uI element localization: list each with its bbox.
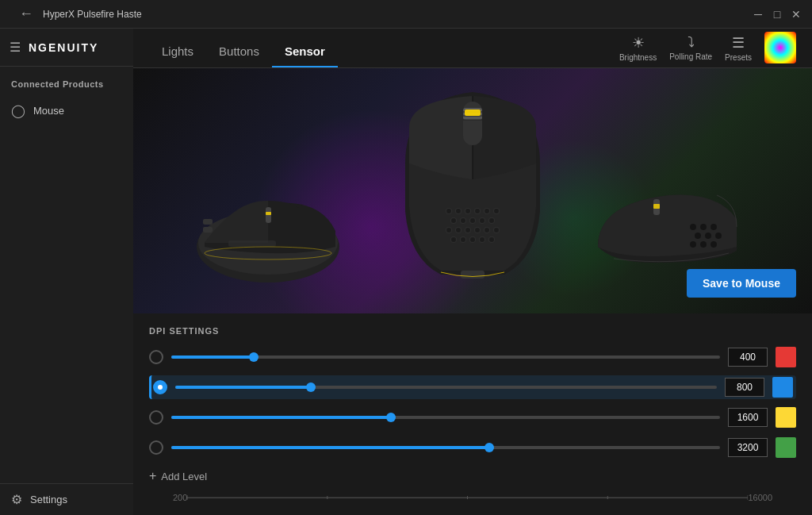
window-title: HyperX Pulsefire Haste xyxy=(43,9,752,20)
svg-point-66 xyxy=(705,233,711,239)
preset-thumbnail[interactable] xyxy=(764,32,796,63)
mouse-center-svg xyxy=(393,84,552,282)
svg-point-38 xyxy=(456,209,461,213)
dpi-color-2[interactable] xyxy=(772,377,793,398)
window-controls: ─ □ ✕ xyxy=(752,8,802,21)
brightness-icon: ☀ xyxy=(632,34,645,52)
hamburger-icon[interactable]: ☰ xyxy=(10,40,21,55)
svg-point-40 xyxy=(475,209,480,213)
tab-lights[interactable]: Lights xyxy=(149,29,206,67)
svg-point-47 xyxy=(489,218,494,223)
dpi-row-3: 1600 xyxy=(149,405,796,429)
dpi-value-4[interactable]: 3200 xyxy=(728,438,768,457)
svg-rect-59 xyxy=(461,271,485,279)
tab-sensor[interactable]: Sensor xyxy=(272,29,338,67)
svg-rect-2 xyxy=(228,240,276,247)
mouse-right xyxy=(590,183,749,282)
svg-point-39 xyxy=(465,209,470,213)
close-button[interactable]: ✕ xyxy=(790,8,802,21)
svg-point-50 xyxy=(465,228,470,233)
mouse-icon: ◯ xyxy=(11,103,25,118)
dpi-color-1[interactable] xyxy=(776,347,796,367)
svg-point-62 xyxy=(690,224,696,230)
tab-list: Lights Buttons Sensor xyxy=(149,29,338,67)
sidebar-header: ☰ NGENUITY xyxy=(0,29,133,67)
sidebar-bottom: ⚙ Settings xyxy=(0,483,133,515)
svg-point-56 xyxy=(470,237,475,242)
scale-line xyxy=(187,498,748,498)
dpi-title: DPI SETTINGS xyxy=(149,326,796,336)
restore-button[interactable]: □ xyxy=(771,8,783,21)
svg-rect-6 xyxy=(266,212,271,215)
dpi-color-3[interactable] xyxy=(776,407,796,428)
dpi-value-2[interactable]: 800 xyxy=(725,378,764,397)
svg-point-68 xyxy=(690,241,696,248)
settings-icon: ⚙ xyxy=(11,492,22,507)
sidebar-item-settings[interactable]: ⚙ Settings xyxy=(0,484,133,515)
svg-point-51 xyxy=(475,228,480,233)
dpi-slider-4[interactable] xyxy=(171,446,720,449)
scale-bar: 200 16000 xyxy=(149,493,796,502)
svg-point-46 xyxy=(480,218,485,223)
svg-rect-14 xyxy=(465,110,481,116)
back-arrow[interactable]: ← xyxy=(10,0,43,29)
svg-point-49 xyxy=(456,228,461,233)
svg-point-67 xyxy=(715,233,722,239)
dpi-value-1[interactable]: 400 xyxy=(728,348,768,367)
svg-point-45 xyxy=(470,218,475,223)
svg-point-57 xyxy=(480,237,485,242)
svg-point-48 xyxy=(446,228,451,233)
svg-point-42 xyxy=(494,209,499,213)
svg-point-43 xyxy=(451,218,456,223)
svg-rect-61 xyxy=(653,204,660,209)
main-layout: ☰ NGENUITY Connected Products ◯ Mouse ⚙ … xyxy=(0,29,812,515)
dpi-row-2: 800 xyxy=(149,375,796,399)
mouse-center xyxy=(393,84,552,286)
mouse-label: Mouse xyxy=(33,105,64,117)
dpi-row-4: 3200 xyxy=(149,436,796,459)
svg-rect-4 xyxy=(203,219,213,225)
svg-point-64 xyxy=(710,224,717,230)
top-bar: Lights Buttons Sensor ☀ Brightness ⤵ Pol… xyxy=(133,29,812,68)
dpi-value-3[interactable]: 1600 xyxy=(728,408,768,427)
svg-point-53 xyxy=(494,228,499,233)
polling-rate-button[interactable]: ⤵ Polling Rate xyxy=(669,34,712,61)
brightness-button[interactable]: ☀ Brightness xyxy=(619,34,657,62)
svg-point-37 xyxy=(446,209,451,213)
add-level-button[interactable]: + Add Level xyxy=(149,466,796,486)
dpi-radio-3[interactable] xyxy=(149,410,163,425)
minimize-button[interactable]: ─ xyxy=(752,8,764,21)
dpi-row-1: 400 xyxy=(149,345,796,369)
svg-rect-3 xyxy=(203,227,213,233)
add-level-plus-icon: + xyxy=(149,469,156,483)
save-to-mouse-button[interactable]: Save to Mouse xyxy=(687,269,796,298)
settings-label: Settings xyxy=(30,494,67,505)
presets-button[interactable]: ☰ Presets xyxy=(725,34,752,62)
scale-min: 200 xyxy=(173,493,187,502)
polling-rate-icon: ⤵ xyxy=(688,34,695,51)
connected-products-label: Connected Products xyxy=(0,67,133,95)
add-level-label: Add Level xyxy=(161,471,207,482)
dpi-radio-1[interactable] xyxy=(149,350,163,364)
dpi-slider-2[interactable] xyxy=(175,386,717,389)
dpi-color-4[interactable] xyxy=(776,437,796,458)
dpi-radio-2[interactable] xyxy=(153,380,167,394)
svg-point-52 xyxy=(485,228,489,233)
svg-point-63 xyxy=(700,224,707,230)
dpi-panel: DPI SETTINGS 400 800 xyxy=(133,313,812,515)
sidebar: ☰ NGENUITY Connected Products ◯ Mouse ⚙ … xyxy=(0,29,133,515)
mouse-right-svg xyxy=(590,183,749,279)
svg-point-54 xyxy=(451,237,456,242)
svg-point-41 xyxy=(485,209,489,213)
content-area: Lights Buttons Sensor ☀ Brightness ⤵ Pol… xyxy=(133,29,812,515)
presets-icon: ☰ xyxy=(732,34,745,52)
dpi-radio-4[interactable] xyxy=(149,440,163,455)
top-bar-actions: ☀ Brightness ⤵ Polling Rate ☰ Presets xyxy=(619,32,796,63)
brand-name: NGENUITY xyxy=(29,41,98,54)
mouse-left xyxy=(181,183,355,290)
dpi-slider-1[interactable] xyxy=(171,356,720,359)
svg-point-44 xyxy=(461,218,465,223)
sidebar-item-mouse[interactable]: ◯ Mouse xyxy=(0,95,133,126)
dpi-slider-3[interactable] xyxy=(171,416,720,419)
tab-buttons[interactable]: Buttons xyxy=(206,29,272,67)
